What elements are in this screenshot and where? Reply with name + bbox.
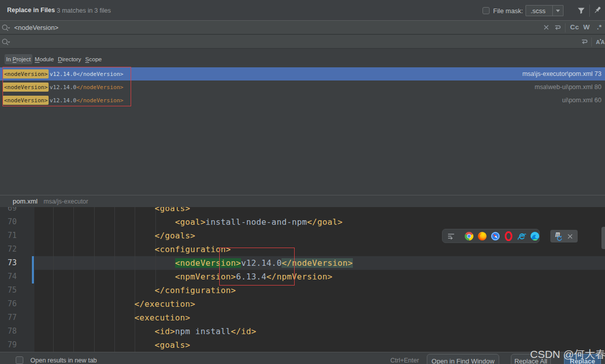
watermark: CSDN @何大春	[530, 347, 605, 361]
maven-reload-popup[interactable]: m	[550, 230, 578, 242]
replace-history-icon[interactable]	[2, 37, 14, 46]
preview-wrap-icon[interactable]	[447, 231, 456, 240]
annotation-box-editor	[219, 248, 295, 286]
chrome-icon[interactable]	[464, 231, 474, 241]
search-history-icon[interactable]	[2, 23, 14, 32]
open-results-label: Open results in new tab	[30, 357, 97, 364]
preview-module-path: msa/js-executor	[44, 198, 88, 205]
file-mask-label: File mask:	[493, 7, 523, 15]
svg-text:A: A	[596, 39, 600, 45]
preview-header: pom.xml msa/js-executor	[0, 195, 605, 207]
match-case-toggle[interactable]: Cc	[570, 23, 579, 31]
dialog-title-bar: Replace in Files 3 matches in 3 files Fi…	[0, 0, 605, 21]
editor-line-76: 76</execution>	[0, 297, 605, 311]
replace-new-line-icon[interactable]	[580, 37, 588, 46]
open-results-checkbox[interactable]	[16, 356, 23, 364]
chevron-down-icon	[556, 10, 560, 12]
search-field-row[interactable]: <nodeVersion> Cc W .*	[0, 21, 605, 34]
maven-reload-icon[interactable]: m	[555, 232, 564, 241]
file-mask-checkbox[interactable]	[482, 7, 490, 14]
result-file-path: msa\web-ui\pom.xml 80	[535, 84, 601, 91]
header-separator	[589, 5, 590, 17]
clear-search-icon[interactable]	[543, 23, 550, 32]
scope-tab-directory[interactable]: Directory	[56, 54, 83, 64]
editor-line-78: 78<id>npm install</id>	[0, 325, 605, 338]
new-line-icon[interactable]	[553, 23, 561, 32]
editor-line-70: 70<goal>install-node-and-npm</goal>	[0, 215, 605, 229]
replace-in-files-dialog: Replace in Files 3 matches in 3 files Fi…	[0, 0, 605, 364]
result-file-path: ui\pom.xml 60	[562, 97, 601, 104]
shortcut-hint: Ctrl+Enter	[390, 357, 419, 364]
editor-line-69: 69<goals>	[0, 207, 605, 215]
dialog-title: Replace in Files	[7, 7, 55, 14]
regex-toggle[interactable]: .*	[597, 23, 602, 31]
editor-line-72: 72<configuration>	[0, 242, 605, 256]
editor-line-77: 77<execution>	[0, 311, 605, 325]
search-query-text[interactable]: <nodeVersion>	[14, 24, 58, 31]
preserve-case-toggle[interactable]: A A	[596, 37, 605, 46]
code-editor[interactable]: 69<goals>70<goal>install-node-and-npm</g…	[0, 207, 605, 352]
internet-explorer-icon[interactable]	[517, 231, 527, 241]
open-in-find-window-button[interactable]: Open in Find Window	[427, 354, 499, 364]
scope-tabs: In ProjectModuleDirectoryScope	[5, 54, 103, 64]
annotation-box-results	[3, 67, 131, 106]
words-toggle[interactable]: W	[583, 23, 590, 31]
result-file-path: msa\js-executor\pom.xml 73	[522, 70, 601, 77]
replace-options-separator	[591, 37, 592, 47]
scope-tab-module[interactable]: Module	[33, 54, 56, 64]
browser-preview-toolbar	[442, 229, 540, 243]
editor-line-79: 79<goals>	[0, 338, 605, 352]
file-mask-value: .scss	[526, 6, 552, 16]
maven-dismiss-icon[interactable]	[567, 233, 573, 239]
search-options-separator	[565, 23, 566, 32]
filter-icon[interactable]	[577, 7, 585, 15]
pin-icon[interactable]	[593, 6, 602, 15]
file-mask-combobox[interactable]: .scss	[526, 5, 563, 16]
firefox-icon[interactable]	[477, 231, 487, 241]
editor-line-73: 73<nodeVersion>v12.14.0</nodeVersion>	[0, 256, 605, 270]
scope-tab-in-project[interactable]: In Project	[5, 54, 32, 64]
dialog-footer: Open results in new tab Ctrl+Enter Open …	[0, 352, 605, 364]
editor-scrollbar-thumb[interactable]	[601, 227, 605, 249]
file-mask-dropdown-button[interactable]	[552, 6, 563, 16]
safari-icon[interactable]	[491, 231, 500, 241]
opera-icon[interactable]	[504, 231, 513, 241]
editor-line-74: 74<npmVersion>6.13.4</npmVersion>	[0, 270, 605, 284]
match-summary: 3 matches in 3 files	[57, 7, 111, 14]
replace-field-row[interactable]: A A	[0, 35, 605, 49]
preview-file-name: pom.xml	[13, 197, 37, 205]
scope-tab-scope[interactable]: Scope	[84, 54, 103, 64]
editor-line-75: 75</configuration>	[0, 284, 605, 297]
edge-icon[interactable]	[530, 231, 540, 241]
